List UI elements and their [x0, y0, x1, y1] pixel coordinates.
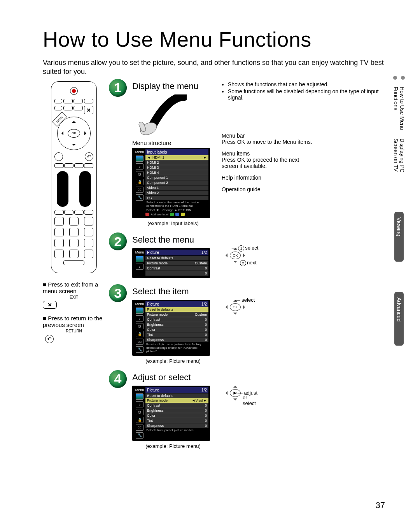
remote-control: MENU OK [51, 81, 97, 273]
step-3-title: Select the item [132, 287, 214, 297]
step-1-title: Display the menu [132, 81, 214, 91]
rocker-right [79, 171, 91, 207]
return-button-icon [45, 335, 54, 343]
step-4: 4 Adjust or select Menu ♪ CC Picture1/2 [109, 372, 385, 449]
side-tab-viewing: Viewing [394, 212, 404, 262]
page-title: How to Use Menu Functions [43, 27, 385, 51]
step1-notes: Shows the functions that can be adjusted… [228, 81, 385, 101]
page-number: 37 [376, 500, 385, 510]
ok-button: OK [68, 129, 80, 138]
menu-screenshot-input-labels: Menu ♪ CC Input labels ◄HDMI 1► [132, 148, 210, 218]
side-tab-topic: How to Use Menu Functions Displaying PC … [391, 81, 407, 193]
rocker-left [57, 171, 68, 207]
intro-text: Various menus allow you to set the pictu… [43, 58, 385, 77]
return-label: RETURN [43, 329, 105, 333]
oknav-3: — select OK [222, 287, 249, 318]
callout-help: Help information [222, 175, 385, 181]
oknav-2: — 1select OK — 2next [222, 235, 249, 266]
side-tab-advanced: Advanced [394, 292, 404, 346]
exit-note: ■ Press to exit from a menu screen EXIT [43, 281, 105, 309]
return-icon [85, 152, 93, 161]
step-4-title: Adjust or select [132, 372, 214, 383]
audio-icon: ♪ [136, 264, 144, 270]
menu-structure-label: Menu structure [132, 140, 214, 146]
oknav-4: OK ►— adjust orselect [222, 372, 249, 404]
lock-icon [136, 179, 144, 185]
side-tabs: How to Use Menu Functions Displaying PC … [390, 76, 408, 353]
timer-icon [136, 171, 144, 177]
setup-icon [136, 194, 144, 201]
exit-label: EXIT [43, 295, 105, 299]
step-2: 2 Select the menu Menu ♪ Picture1/2 [109, 235, 385, 278]
return-note: ■ Press to return to the previous screen… [43, 315, 105, 343]
example-label-3: (example: Picture menu) [132, 358, 214, 364]
cc-icon: CC [136, 187, 144, 193]
step-1: 1 Display the menu Menu structure [109, 81, 385, 227]
picture-icon [136, 256, 144, 262]
audio-icon: ♪ [136, 163, 144, 170]
step-3: 3 Select the item Menu ♪ CC Picture1/2 [109, 287, 385, 363]
menu-screenshot-select-item: Menu ♪ CC Picture1/2 Reset to defaults P… [132, 300, 210, 355]
exit-icon [84, 106, 93, 114]
dpad: MENU OK [57, 117, 91, 150]
round-button [54, 152, 63, 161]
step-number-4: 4 [109, 370, 127, 388]
side-tab-line: How to Use Menu Functions [393, 87, 405, 136]
example-label-4: (example: Picture menu) [132, 443, 214, 449]
step-number-1: 1 [109, 79, 127, 97]
exit-button-icon [43, 301, 57, 309]
step-number-3: 3 [109, 284, 127, 302]
example-label-1: (example: Input labels) [132, 220, 214, 226]
callout-menubar: Menu bar Press OK to move to the Menu it… [222, 133, 385, 145]
callout-opguide: Operation guide [222, 186, 385, 192]
step-number-2: 2 [109, 232, 127, 250]
tab-dots [393, 76, 405, 80]
menu-screenshot-adjust: Menu ♪ CC Picture1/2 Reset to defaults P… [132, 386, 210, 441]
power-button-icon [70, 87, 78, 95]
side-tab-line: Displaying PC Screen on TV [393, 138, 405, 188]
press-menu-illustration [132, 94, 187, 137]
menu-screenshot-select-menu: Menu ♪ Picture1/2 Reset to defaults Pict… [132, 248, 210, 278]
callout-items: Menu items Press OK to proceed to the ne… [222, 150, 385, 169]
step-2-title: Select the menu [132, 235, 214, 245]
picture-icon [136, 156, 144, 162]
